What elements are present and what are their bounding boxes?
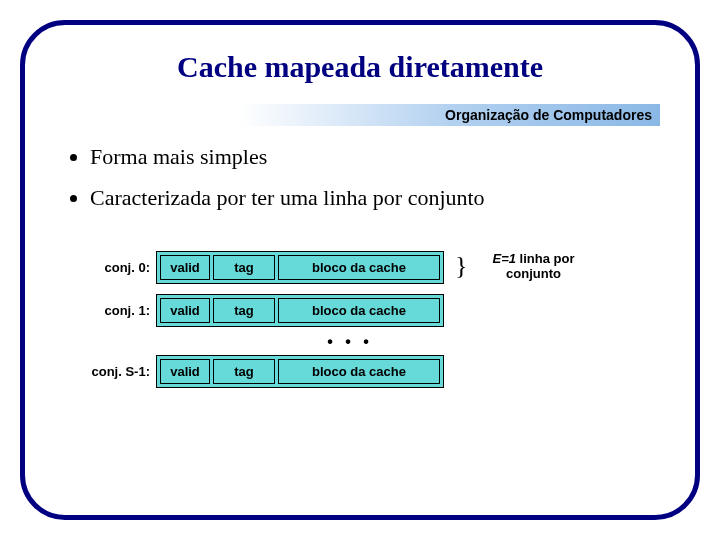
- brace-icon: }: [455, 253, 467, 279]
- cache-line-box: valid tag bloco da cache: [156, 251, 444, 284]
- set-row: conj. S-1: valid tag bloco da cache: [60, 355, 660, 388]
- valid-cell: valid: [160, 359, 210, 384]
- block-cell: bloco da cache: [278, 298, 440, 323]
- block-cell: bloco da cache: [278, 255, 440, 280]
- valid-cell: valid: [160, 298, 210, 323]
- set-label: conj. 1:: [60, 303, 156, 318]
- block-cell: bloco da cache: [278, 359, 440, 384]
- set-label: conj. 0:: [60, 260, 156, 275]
- slide-title: Cache mapeada diretamente: [60, 50, 660, 84]
- cache-line-box: valid tag bloco da cache: [156, 294, 444, 327]
- subtitle-bar: Organização de Computadores: [240, 104, 660, 126]
- cache-line-box: valid tag bloco da cache: [156, 355, 444, 388]
- bullet-item: Caracterizada por ter uma linha por conj…: [90, 185, 660, 211]
- set-row: conj. 1: valid tag bloco da cache: [60, 294, 660, 327]
- tag-cell: tag: [213, 298, 275, 323]
- note-rest: linha por conjunto: [506, 251, 574, 281]
- bullet-list: Forma mais simples Caracterizada por ter…: [60, 144, 660, 211]
- lines-per-set-note: } E=1 linha por conjunto: [455, 251, 593, 281]
- set-label: conj. S-1:: [60, 364, 156, 379]
- slide-frame: Cache mapeada diretamente Organização de…: [20, 20, 700, 520]
- note-eq: E=1: [492, 251, 516, 266]
- ellipsis: • • •: [60, 333, 440, 351]
- tag-cell: tag: [213, 359, 275, 384]
- bullet-item: Forma mais simples: [90, 144, 660, 170]
- note-text: E=1 linha por conjunto: [473, 251, 593, 281]
- tag-cell: tag: [213, 255, 275, 280]
- valid-cell: valid: [160, 255, 210, 280]
- cache-diagram: } E=1 linha por conjunto conj. 0: valid …: [60, 251, 660, 388]
